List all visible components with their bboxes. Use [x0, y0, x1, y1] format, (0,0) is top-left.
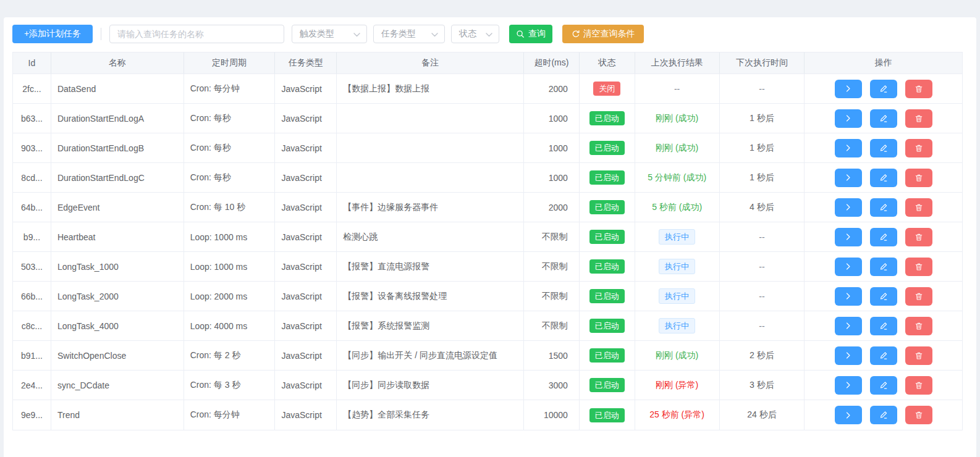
chevron-right-icon [844, 411, 852, 419]
edit-task-button[interactable] [870, 287, 897, 306]
last-result: 执行中 [659, 318, 695, 334]
run-task-button[interactable] [835, 198, 862, 217]
cell-cycle: Cron: 每 10 秒 [184, 193, 276, 222]
query-button[interactable]: 查询 [509, 25, 552, 43]
cell-timeout: 2000 [524, 74, 580, 103]
cell-timeout: 10000 [524, 400, 580, 430]
delete-task-button[interactable] [905, 139, 932, 157]
pencil-icon [879, 292, 888, 301]
cell-type: JavaScript [275, 74, 337, 103]
cell-id: 66b... [13, 282, 51, 311]
cell-timeout: 1000 [524, 163, 580, 192]
delete-task-button[interactable] [905, 228, 932, 246]
trash-icon [915, 351, 923, 360]
edit-task-button[interactable] [870, 258, 897, 276]
add-task-button[interactable]: +添加计划任务 [12, 25, 93, 43]
chevron-down-icon [353, 29, 360, 39]
run-task-button[interactable] [835, 169, 862, 187]
run-task-button[interactable] [835, 80, 862, 98]
table-row: b63... DurationStartEndLogA Cron: 每秒 Jav… [13, 104, 962, 133]
trash-icon [915, 233, 923, 241]
cell-remark: 检测心跳 [337, 222, 524, 251]
run-task-button[interactable] [835, 139, 862, 157]
table-header: Id 名称 定时周期 任务类型 备注 超时(ms) 状态 上次执行结果 下次执行… [13, 52, 962, 74]
cell-remark [337, 133, 524, 162]
cell-next: -- [720, 282, 805, 311]
table-row: 2e4... sync_DCdate Cron: 每 3 秒 JavaScrip… [13, 371, 962, 400]
edit-task-button[interactable] [870, 346, 897, 365]
chevron-right-icon [844, 174, 852, 182]
search-input[interactable] [109, 25, 284, 43]
table-row: 503... LongTask_1000 Loop: 1000 ms JavaS… [13, 252, 962, 282]
chevron-right-icon [844, 292, 852, 300]
run-task-button[interactable] [835, 346, 862, 365]
cell-name: DurationStartEndLogA [51, 104, 184, 133]
task-type-select-label: 任务类型 [381, 28, 416, 40]
delete-task-button[interactable] [905, 406, 932, 424]
col-header-task-type: 任务类型 [275, 52, 337, 73]
trigger-type-select[interactable]: 触发类型 [292, 25, 367, 43]
edit-task-button[interactable] [870, 109, 897, 128]
edit-task-button[interactable] [870, 139, 897, 157]
run-task-button[interactable] [835, 287, 862, 306]
table-row: 66b... LongTask_2000 Loop: 2000 ms JavaS… [13, 282, 962, 311]
delete-task-button[interactable] [905, 346, 932, 365]
cell-name: SwitchOpenClose [51, 341, 184, 370]
status-select[interactable]: 状态 [451, 25, 499, 43]
cell-remark: 【报警】系统报警监测 [337, 311, 524, 340]
edit-task-button[interactable] [870, 80, 897, 98]
pencil-icon [879, 85, 888, 93]
cell-type: JavaScript [275, 282, 337, 311]
run-task-button[interactable] [835, 406, 862, 424]
status-badge: 已启动 [589, 141, 625, 155]
pencil-icon [879, 114, 888, 123]
cell-type: JavaScript [275, 104, 337, 133]
trash-icon [915, 411, 923, 419]
cell-remark: 【趋势】全部采集任务 [337, 400, 524, 430]
chevron-right-icon [844, 351, 852, 359]
trash-icon [915, 114, 923, 123]
cell-remark: 【数据上报】数据上报 [337, 74, 524, 103]
delete-task-button[interactable] [905, 258, 932, 276]
chevron-right-icon [844, 114, 852, 122]
col-header-status: 状态 [580, 52, 635, 73]
edit-task-button[interactable] [870, 228, 897, 246]
delete-task-button[interactable] [905, 376, 932, 395]
cell-next: 4 秒后 [720, 193, 805, 222]
cell-name: Heartbeat [51, 222, 184, 251]
cell-cycle: Cron: 每分钟 [184, 74, 276, 103]
status-select-label: 状态 [459, 28, 476, 40]
delete-task-button[interactable] [905, 169, 932, 187]
delete-task-button[interactable] [905, 80, 932, 98]
last-result: 执行中 [659, 288, 695, 304]
task-type-select[interactable]: 任务类型 [373, 25, 445, 43]
last-result: 5 分钟前 (成功) [648, 172, 706, 183]
edit-task-button[interactable] [870, 406, 897, 424]
cell-type: JavaScript [275, 222, 337, 251]
last-result: 刚刚 (异常) [656, 380, 698, 391]
edit-task-button[interactable] [870, 317, 897, 335]
edit-task-button[interactable] [870, 376, 897, 395]
run-task-button[interactable] [835, 376, 862, 395]
edit-task-button[interactable] [870, 169, 897, 187]
delete-task-button[interactable] [905, 109, 932, 128]
delete-task-button[interactable] [905, 198, 932, 217]
cell-timeout: 3000 [524, 371, 580, 400]
run-task-button[interactable] [835, 317, 862, 335]
cell-cycle: Loop: 4000 ms [184, 311, 276, 340]
run-task-button[interactable] [835, 258, 862, 276]
cell-name: DurationStartEndLogC [51, 163, 184, 192]
run-task-button[interactable] [835, 228, 862, 246]
run-task-button[interactable] [835, 109, 862, 128]
col-header-next-time: 下次执行时间 [720, 52, 805, 73]
query-button-label: 查询 [528, 28, 546, 40]
status-badge: 已启动 [589, 230, 625, 244]
pencil-icon [879, 233, 888, 241]
edit-task-button[interactable] [870, 198, 897, 217]
cell-next: 1 秒后 [720, 104, 805, 133]
last-result: 刚刚 (成功) [656, 143, 698, 154]
clear-query-button[interactable]: 清空查询条件 [562, 25, 644, 43]
delete-task-button[interactable] [905, 287, 932, 306]
chevron-right-icon [844, 322, 852, 330]
delete-task-button[interactable] [905, 317, 932, 335]
